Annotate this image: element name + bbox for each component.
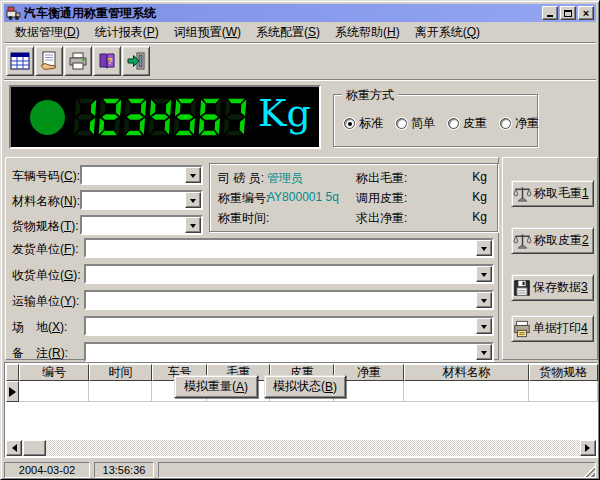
material-name-combo[interactable] <box>80 190 203 210</box>
titlebar[interactable]: 汽车衡通用称重管理系统 × <box>4 4 596 22</box>
cell-time <box>89 381 152 402</box>
row-indicator <box>6 381 19 402</box>
exit-icon <box>126 51 146 71</box>
data-grid-icon <box>9 51 31 71</box>
toolbar-print-button[interactable] <box>64 46 92 76</box>
resize-grip-icon[interactable] <box>583 465 595 477</box>
weigh-mode-group: 称重方式 标准 简单 皮重 净重 <box>333 94 538 147</box>
tare-weight-unit: Kg <box>472 190 487 204</box>
weigh-mode-options: 标准 简单 皮重 净重 <box>344 115 539 132</box>
scale-icon <box>513 184 532 204</box>
action-panel: 称取毛重1 称取皮重2 保存数据3 <box>502 157 598 360</box>
chevron-down-icon <box>190 174 196 181</box>
receiver-label: 收货单位(G): <box>12 267 81 284</box>
menu-statistics-report[interactable]: 统计报表(P) <box>88 22 167 43</box>
col-header-time[interactable]: 时间 <box>89 364 152 381</box>
cargo-spec-combo[interactable] <box>80 215 203 235</box>
minimize-icon <box>547 15 553 17</box>
shipper-label: 发货单位(F): <box>12 241 79 258</box>
menu-phrase-preset[interactable]: 词组预置(W) <box>167 22 249 43</box>
simulate-weight-button[interactable]: 模拟重量(A) <box>174 375 258 398</box>
chevron-left-icon <box>8 444 17 452</box>
print-receipt-button[interactable]: 单据打印4 <box>511 315 594 342</box>
transporter-combo[interactable] <box>84 290 494 310</box>
serial-value: AY800001 5q <box>267 190 339 204</box>
field-transporter: 运输单位(Y): <box>6 290 498 310</box>
menu-exit-system[interactable]: 离开系统(Q) <box>408 22 488 43</box>
remark-combo[interactable] <box>84 342 494 362</box>
menubar: 数据管理(D) 统计报表(P) 词组预置(W) 系统配置(S) 系统帮助(H) … <box>4 23 596 41</box>
cell-material <box>404 381 529 402</box>
entry-form-panel: 车辆号码(C): 材料名称(N): 货物规格(T): 司 磅 员: <box>5 157 499 360</box>
weigh-tare-button[interactable]: 称取皮重2 <box>511 227 594 254</box>
site-combo[interactable] <box>84 316 494 336</box>
radio-label: 简单 <box>411 115 435 132</box>
radio-simple[interactable]: 简单 <box>396 115 435 132</box>
close-icon: × <box>583 7 589 19</box>
scrollbar-thumb[interactable] <box>23 440 46 456</box>
toolbar-help-button[interactable]: ? <box>93 46 121 76</box>
status-time: 13:56:36 <box>94 462 154 478</box>
field-receiver: 收货单位(G): <box>6 264 498 284</box>
receiver-combo[interactable] <box>84 264 494 284</box>
save-data-button[interactable]: 保存数据3 <box>511 274 594 301</box>
dropdown-button[interactable] <box>476 266 492 282</box>
radio-tare[interactable]: 皮重 <box>448 115 487 132</box>
radio-standard[interactable]: 标准 <box>344 115 383 132</box>
menu-system-config[interactable]: 系统配置(S) <box>249 22 328 43</box>
minimize-button[interactable] <box>542 6 558 20</box>
menu-system-help[interactable]: 系统帮助(H) <box>328 22 408 43</box>
status-message-panel <box>158 462 596 478</box>
cargo-spec-label: 货物规格(T): <box>12 218 79 235</box>
gross-weight-unit: Kg <box>472 170 487 184</box>
dropdown-button[interactable] <box>185 192 201 208</box>
weighing-info-panel: 司 磅 员: 管理员 称出毛重: Kg 称重编号: AY800001 5q 调用… <box>209 163 498 232</box>
toolbar-report-button[interactable] <box>35 46 63 76</box>
scale-icon <box>513 231 532 251</box>
weigh-time-label: 称重时间: <box>218 210 269 227</box>
dropdown-button[interactable] <box>476 292 492 308</box>
button-label: 保存数据3 <box>533 279 588 296</box>
field-remark: 备 注(R): <box>6 342 498 362</box>
status-date: 2004-03-02 <box>4 462 90 478</box>
help-book-icon: ? <box>97 51 117 71</box>
dropdown-button[interactable] <box>476 240 492 256</box>
horizontal-scrollbar[interactable] <box>6 440 596 456</box>
radio-icon <box>344 118 355 129</box>
col-header-spec[interactable]: 货物规格 <box>529 364 598 381</box>
scroll-right-button[interactable] <box>580 440 596 456</box>
dropdown-button[interactable] <box>185 217 201 233</box>
radio-net[interactable]: 净重 <box>500 115 539 132</box>
radio-icon <box>396 118 407 129</box>
col-header-material[interactable]: 材料名称 <box>404 364 529 381</box>
toolbar-exit-button[interactable] <box>122 46 150 76</box>
vehicle-number-combo[interactable] <box>80 165 203 185</box>
dropdown-button[interactable] <box>185 167 201 183</box>
statusbar: 2004-03-02 13:56:36 <box>4 462 596 478</box>
dropdown-button[interactable] <box>476 344 492 360</box>
svg-text:?: ? <box>107 56 113 66</box>
menu-data-management[interactable]: 数据管理(D) <box>8 22 88 43</box>
net-weight-unit: Kg <box>472 210 487 224</box>
window-title: 汽车衡通用称重管理系统 <box>24 5 540 22</box>
maximize-icon <box>564 10 572 17</box>
current-row-icon <box>9 387 16 397</box>
chevron-down-icon <box>481 325 487 332</box>
simulate-status-button[interactable]: 模拟状态(B) <box>264 375 346 398</box>
weight-display: Kg <box>9 85 321 149</box>
weigh-gross-button[interactable]: 称取毛重1 <box>511 180 594 207</box>
weigh-mode-title: 称重方式 <box>342 87 398 104</box>
chevron-down-icon <box>481 299 487 306</box>
net-weight-label: 求出净重: <box>356 210 407 227</box>
chevron-down-icon <box>481 247 487 254</box>
close-button[interactable]: × <box>578 6 594 20</box>
maximize-button[interactable] <box>560 6 576 20</box>
row-indicator-header <box>6 364 19 381</box>
shipper-combo[interactable] <box>84 238 494 258</box>
toolbar-datagrid-button[interactable] <box>6 46 34 76</box>
toolbar: ? <box>6 46 150 76</box>
col-header-id[interactable]: 编号 <box>19 364 89 381</box>
dropdown-button[interactable] <box>476 318 492 334</box>
menu-toolbar-divider <box>4 42 596 44</box>
scroll-left-button[interactable] <box>6 440 22 456</box>
